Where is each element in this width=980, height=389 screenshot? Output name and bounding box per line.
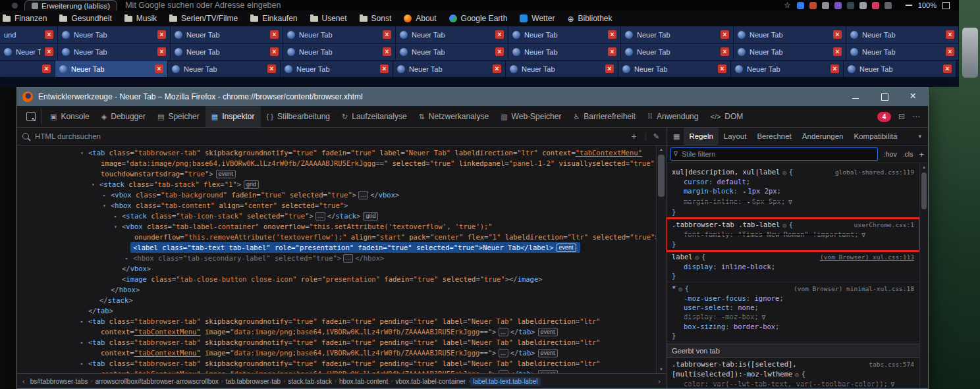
breadcrumb-item[interactable]: vbox.tab-label-container	[393, 377, 468, 386]
browser-tab[interactable]: Neuer Tab×	[55, 61, 168, 77]
css-declaration[interactable]: display: -moz-box;∇	[672, 312, 914, 322]
markup-line[interactable]: ▾<stack class="tab-stack" flex="1">grid	[17, 179, 656, 190]
breadcrumb-item[interactable]: hbox.tab-content	[337, 377, 391, 386]
browser-tab[interactable]: Neuer Tab×	[508, 26, 621, 43]
overridden-filter-icon[interactable]: ∇	[862, 230, 865, 240]
markup-line[interactable]: ▸<stack class="tab-icon-stack" selected=…	[17, 211, 656, 221]
markup-line[interactable]: </stack>	[17, 295, 656, 305]
expand-arrow-icon[interactable]: ▸	[80, 338, 88, 348]
window-minimize-icon[interactable]	[906, 5, 912, 6]
breadcrumb-item[interactable]: bs#tabbrowser-tabs	[28, 377, 91, 386]
browser-tab[interactable]: Neuer Tab×	[171, 26, 283, 43]
eyedropper-icon[interactable]: ✎	[645, 132, 659, 141]
scroll-up-arrow[interactable]: ▴	[920, 163, 928, 171]
tab-close-button[interactable]: ×	[493, 65, 501, 73]
browser-tab[interactable]: Neuer Tab×	[171, 43, 283, 60]
extension-icon[interactable]	[885, 2, 892, 9]
add-node-button[interactable]: +	[632, 132, 637, 141]
css-declaration[interactable]: cursor: default;	[672, 177, 914, 186]
sidebar-overflow-button[interactable]: ▾	[914, 133, 925, 140]
markup-line[interactable]: ▸<vbox class="tab-background" fadein="tr…	[17, 190, 656, 200]
selector-highlighter-icon[interactable]: ◎	[795, 370, 798, 379]
browser-tab[interactable]: Neuer Tab×	[396, 43, 508, 60]
bookmark-item[interactable]: About	[404, 14, 436, 23]
css-declaration[interactable]: box-sizing: border-box;	[672, 322, 914, 331]
markup-line[interactable]: ▸<hbox class="tab-secondary-label" selec…	[17, 253, 656, 263]
browser-tab[interactable]: Neuer Tab×	[846, 43, 959, 60]
tab-close-button[interactable]: ×	[608, 30, 616, 39]
sidebar-tab-änderungen[interactable]: Änderungen	[797, 128, 849, 145]
bookmark-item[interactable]: Google Earth	[449, 14, 508, 23]
tool-tab-inspektor[interactable]: ▦Inspektor	[205, 106, 261, 127]
bookmark-item[interactable]: Wetter	[520, 14, 555, 23]
selector-highlighter-icon[interactable]: ◎	[782, 220, 786, 230]
tab-close-button[interactable]: ×	[267, 65, 276, 73]
browser-tab[interactable]: Neuer Tab×	[846, 26, 959, 43]
markup-line[interactable]: ▸<tab class="tabbrowser-tab" skipbackgro…	[17, 358, 656, 369]
markup-line[interactable]: </hbox>	[17, 284, 656, 295]
minimize-button[interactable]	[841, 88, 870, 106]
tab-close-button[interactable]: ×	[946, 47, 954, 56]
stylesheet-link[interactable]: (vom Browser) minimal-xul.css:18	[794, 284, 914, 294]
expand-arrow-icon[interactable]: ▸	[114, 211, 122, 222]
tab-close-button[interactable]: ×	[721, 30, 729, 39]
bookmark-item[interactable]: Gesundheit	[59, 14, 111, 23]
tab-close-button[interactable]: ×	[380, 65, 389, 73]
expand-arrow-icon[interactable]: ▸	[125, 253, 133, 264]
tab-close-button[interactable]: ×	[383, 30, 391, 39]
css-declaration[interactable]: -moz-user-focus: ignore;	[672, 294, 914, 303]
tab-close-button[interactable]: ×	[383, 47, 391, 56]
expand-arrow-icon[interactable]: ▾	[80, 148, 88, 159]
markup-line[interactable]: image="data:image/png;base64,iVBORw0K…lL…	[17, 158, 656, 169]
extension-icon[interactable]	[872, 2, 879, 9]
bookmark-item[interactable]: Einkaufen	[250, 14, 297, 23]
tool-tab-netzwerkanalyse[interactable]: ⇅Netzwerkanalyse	[413, 106, 495, 127]
sidebar-tab-regeln[interactable]: Regeln	[684, 128, 718, 145]
node-picker-button[interactable]	[21, 109, 41, 124]
selector-highlighter-icon[interactable]: ◎	[695, 253, 699, 262]
selector-highlighter-icon[interactable]: ◎	[782, 168, 786, 177]
tab-close-button[interactable]: ×	[943, 65, 952, 73]
markup-line[interactable]: <image class="tab-close-button close-ico…	[17, 274, 656, 284]
style-filter-input[interactable]	[680, 149, 877, 159]
toolbox-menu-icon[interactable]: ⋯	[912, 113, 920, 120]
event-badge[interactable]: event	[538, 328, 558, 336]
stylesheet-link[interactable]: userChrome.css:1	[854, 220, 914, 230]
window-restore-icon[interactable]	[942, 2, 950, 9]
browser-tab[interactable]: und×	[0, 26, 58, 43]
expand-arrow-icon[interactable]: ▾	[103, 201, 111, 211]
browser-tab[interactable]: Neuer Tab×	[618, 61, 731, 77]
css-declaration[interactable]: display: inline-block;	[672, 262, 914, 271]
extension-icon[interactable]	[822, 2, 829, 9]
breadcrumb-item[interactable]: stack.tab-stack	[285, 377, 335, 386]
breadcrumb-item[interactable]: tab.tabbrowser-tab	[223, 377, 283, 386]
event-badge[interactable]: event	[538, 349, 558, 357]
bookmark-item[interactable]: Musik	[124, 14, 157, 23]
bookmark-item[interactable]: Bibliothek	[567, 13, 612, 24]
markup-line[interactable]: ▸<tab class="tabbrowser-tab" skipbackgro…	[17, 316, 656, 326]
expand-arrow-icon[interactable]: ▸	[80, 317, 88, 327]
active-browser-tab[interactable]: Erweiterung (labliss)	[24, 0, 117, 11]
tool-tab-konsole[interactable]: ▣Konsole	[44, 106, 95, 127]
browser-tab[interactable]: Neuer Tab×	[393, 61, 506, 77]
markup-line[interactable]: onunderflow="this.removeAttribute('texto…	[17, 232, 656, 242]
grid-badge[interactable]: grid	[244, 180, 259, 189]
bookmark-item[interactable]: Serien/TV/Filme	[169, 14, 238, 23]
tab-close-button[interactable]: ×	[42, 65, 51, 73]
tool-tab-web-speicher[interactable]: ▥Web-Speicher	[495, 106, 567, 127]
expand-arrow-icon[interactable]: ▾	[92, 180, 99, 190]
collapsed-children-ellipsis[interactable]: …	[315, 212, 325, 220]
bookmark-item[interactable]: Finanzen	[3, 14, 47, 23]
bookmark-star-icon[interactable]: ☆	[784, 1, 791, 9]
markup-line[interactable]: ▾<vbox class="tab-label-container" onove…	[17, 221, 656, 232]
scroll-up-arrow[interactable]: ▴	[657, 145, 666, 153]
sidebar-tab-berechnet[interactable]: Berechnet	[751, 128, 796, 145]
scrollbar-thumb[interactable]	[658, 155, 665, 197]
breadcrumb-item[interactable]: label.tab-text.tab-label	[470, 377, 540, 386]
breadcrumb-scroll-right[interactable]: ›	[655, 377, 663, 385]
tab-close-button[interactable]: ×	[45, 47, 53, 56]
pseudo-class-button[interactable]: :hov	[884, 150, 897, 158]
css-declaration[interactable]: margin-inline: ▸6px 5px;∇	[672, 197, 914, 207]
browser-tab[interactable]: Neuer Tab×	[58, 43, 171, 60]
html-search-input[interactable]	[34, 132, 627, 141]
